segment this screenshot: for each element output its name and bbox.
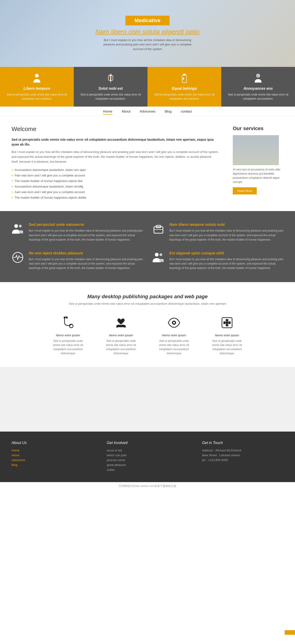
icon-heart-hand-desc: Sed ut perspiciatis unde omnis iste natu… [104, 339, 138, 356]
icon-first-aid-desc: Sed ut perspiciatis unde omnis iste natu… [210, 339, 244, 356]
read-more-button[interactable]: Read More [233, 187, 257, 194]
dark-feature-perspiciati-desc: But I must explain to you how all this m… [29, 228, 143, 242]
main-content: Welcome Sed ut perspiciatis unde omnis i… [0, 116, 295, 211]
welcome-section: Welcome Sed ut perspiciatis unde omnis i… [11, 126, 219, 202]
services-desc: At vero eos et accusamus et iusto odio d… [233, 168, 284, 184]
hero-badge: Medicative [125, 16, 170, 25]
icon-eye-title: Nemo enim ipsam [157, 334, 191, 337]
services-title: Our services [233, 126, 284, 132]
first-aid-icon [219, 314, 235, 331]
feature-libero-title: Libero tempore [4, 86, 69, 91]
footer-link-blog[interactable]: Blog [11, 463, 93, 466]
svg-point-22 [159, 253, 162, 256]
feature-equal: Equal belongs Sed ut perspiciatis unde o… [147, 67, 221, 106]
footer-contact: Get in Touch Address : Richard McClintoc… [202, 441, 284, 473]
dark-features-section: Sed perspiciati unde natuserror But I mu… [0, 211, 295, 282]
footer-link-about[interactable]: About [11, 454, 93, 457]
footer-about-title: About Us [11, 441, 93, 445]
svg-rect-33 [223, 321, 231, 324]
nav-blog[interactable]: Blog [165, 109, 171, 114]
dark-feature-perspiciati-content: Sed perspiciati unde natuserror But I mu… [29, 222, 143, 242]
bullet-1: Pain was born and I will give you a comp… [11, 173, 219, 178]
svg-point-16 [19, 225, 22, 228]
icon-heart-hand-title: Nemo enim ipsam [104, 334, 138, 337]
svg-point-0 [35, 74, 39, 78]
group2-icon [152, 251, 165, 264]
icon-stethoscope-title: Nemo enim ipsam [51, 334, 85, 337]
footer-involved-0: occur in toil [107, 449, 188, 452]
footer-involved: Get Involved occur in toil which can pai… [107, 441, 188, 473]
footer-link-home[interactable]: Home [11, 449, 93, 452]
hero-content: Medicative Nam libero com soluta eligend… [95, 16, 199, 52]
stethoscope-icon [60, 314, 76, 331]
dark-feature-eligendi-content: Est eligendi optio cumque nihil But I mu… [169, 251, 284, 270]
footer-about: About Us Home About Adviceses Blog [11, 441, 93, 473]
footer-involved-title: Get Involved [107, 441, 188, 445]
heartbeat-icon [11, 251, 24, 264]
footer-involved-2: procure some [107, 458, 188, 462]
footer-contact-title: Get in Touch [202, 441, 284, 445]
welcome-title: Welcome [11, 126, 219, 133]
welcome-bold: Sed ut perspiciatis unde omnis iste natu… [11, 137, 219, 147]
dark-feature-eligendi: Est eligendi optio cumque nihil But I mu… [152, 251, 284, 270]
gray-section [0, 367, 295, 432]
feature-solut: Solut nobi est Sed ut perspiciatis unde … [74, 67, 147, 106]
svg-point-14 [258, 75, 259, 76]
footer-involved-3: great pleasure [107, 463, 188, 466]
publishing-section: Many desktop publishing packages and web… [0, 282, 295, 367]
svg-rect-6 [109, 77, 112, 77]
doctor-icon [252, 73, 264, 84]
bullet-0: Accusantium doloremque laudantium, totam… [11, 168, 219, 172]
nav-contact[interactable]: contact [181, 109, 192, 114]
welcome-bullets: Accusantium doloremque laudantium, totam… [11, 168, 219, 200]
bullet-2: The master-builder of human happiness.re… [11, 179, 219, 183]
nav-home[interactable]: Home [103, 109, 112, 115]
feature-libero: Libero tempore Sed ut perspiciatis unde … [0, 67, 74, 106]
footer-involved-1: which can pain [107, 454, 188, 457]
svg-point-30 [173, 322, 175, 324]
features-bar: Libero tempore Sed ut perspiciatis unde … [0, 67, 295, 106]
svg-rect-3 [111, 74, 112, 76]
eye-icon [166, 314, 182, 331]
footer-address: Address : Richard McClintock [202, 449, 284, 452]
dark-feature-perspiciati-title: Sed perspiciati unde natuserror [29, 222, 143, 227]
heart-hand-icon [113, 314, 129, 331]
dark-feature-libero: Nam libero tempore soluta nobi But I mus… [152, 222, 284, 242]
services-section: Our services At vero eos et accusamus et… [233, 126, 284, 202]
feature-equal-title: Equal belongs [152, 86, 217, 91]
dark-feature-libero-content: Nam libero tempore soluta nobi But I mus… [169, 222, 284, 242]
publishing-icons-row: Nemo enim ipsam Sed ut perspiciatis unde… [11, 314, 284, 356]
briefcase-icon [152, 222, 165, 235]
main-nav: Home About Adviceses Blog contact [0, 106, 295, 116]
icon-eye: Nemo enim ipsam Sed ut perspiciatis unde… [157, 314, 191, 356]
icon-first-aid-title: Nemo enim ipsam [210, 334, 244, 337]
dark-feature-reject-content: No one reject dislikes pleasure But I mu… [29, 251, 143, 270]
footer-street: New Street : Letraset sheets. [202, 454, 284, 457]
footer-link-adviceses[interactable]: Adviceses [11, 458, 93, 462]
footer: About Us Home About Adviceses Blog Get I… [0, 432, 295, 482]
syringe-icon [105, 73, 116, 84]
dark-feature-libero-desc: But I must explain to you how all this m… [169, 228, 284, 242]
bullet-4: Aain was born and I will give you a comp… [11, 190, 219, 194]
svg-rect-4 [110, 74, 110, 76]
feature-annoyances-desc: Sed ut perspiciatis unde omnis iste natu… [226, 92, 291, 101]
svg-point-15 [14, 224, 18, 228]
publishing-title: Many desktop publishing packages and web… [11, 294, 284, 300]
nav-adviceses[interactable]: Adviceses [140, 109, 155, 114]
publishing-subtitle: Sed ut perspiciatis unde omnis iste natu… [11, 302, 284, 306]
dark-feature-reject-title: No one reject dislikes pleasure [29, 251, 143, 255]
feature-annoyances-title: Annoyances eos [226, 86, 291, 91]
dark-feature-perspiciati: Sed perspiciati unde natuserror But I mu… [11, 222, 143, 242]
hero-subtitle: But I must explain to you how all this m… [101, 38, 194, 52]
icon-stethoscope-desc: Sed ut perspiciatis unde omnis iste natu… [51, 339, 85, 356]
icon-first-aid: Nemo enim ipsam Sed ut perspiciatis unde… [210, 314, 244, 356]
feature-equal-desc: Sed ut perspiciatis unde omnis iste natu… [152, 92, 217, 101]
bottle-icon [179, 73, 190, 84]
feature-libero-desc: Sed ut perspiciatis unde omnis iste natu… [4, 92, 69, 101]
footer-involved-4: sultan [107, 468, 188, 472]
nav-about[interactable]: About [121, 109, 130, 114]
svg-rect-11 [183, 78, 184, 79]
bullet-5: The master-builder of human happiness.re… [11, 195, 219, 200]
feature-solut-title: Solut nobi est [78, 86, 143, 91]
svg-marker-5 [110, 82, 111, 84]
